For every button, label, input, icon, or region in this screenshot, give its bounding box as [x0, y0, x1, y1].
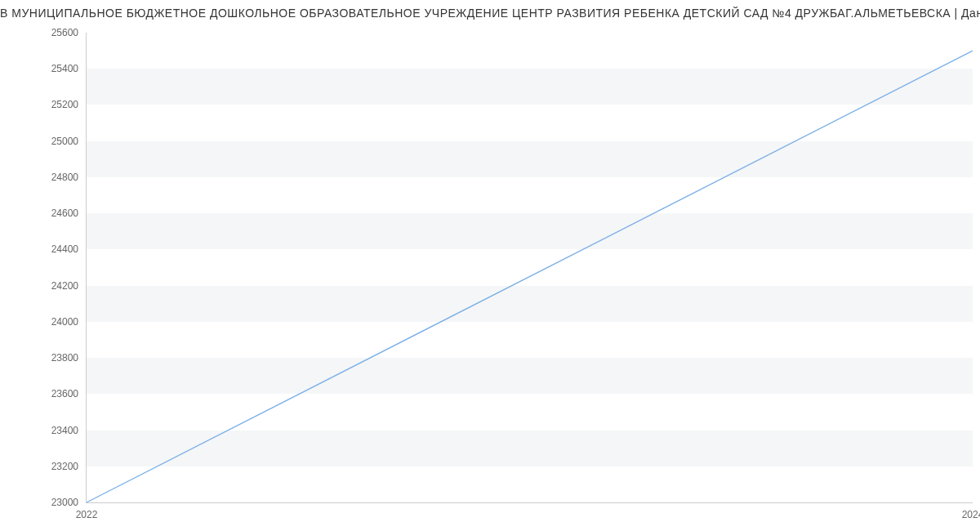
y-tick-label: 25400: [51, 63, 78, 74]
y-tick-label: 25600: [51, 27, 78, 38]
y-tick-label: 23200: [51, 461, 78, 472]
chart-title: В МУНИЦИПАЛЬНОЕ БЮДЖЕТНОЕ ДОШКОЛЬНОЕ ОБР…: [0, 7, 980, 23]
data-line: [87, 51, 973, 502]
y-tick-label: 24800: [51, 172, 78, 183]
x-tick-label: 2022: [76, 509, 98, 520]
chart-container: В МУНИЦИПАЛЬНОЕ БЮДЖЕТНОЕ ДОШКОЛЬНОЕ ОБР…: [0, 0, 980, 531]
y-tick-label: 24000: [51, 316, 78, 328]
y-tick-label: 23000: [51, 497, 78, 508]
y-tick-label: 25200: [51, 99, 78, 110]
line-svg: [87, 33, 973, 502]
y-tick-label: 24200: [51, 280, 78, 292]
y-tick-label: 24400: [51, 243, 78, 255]
x-tick-label: 2024: [962, 509, 980, 520]
y-tick-label: 25000: [51, 136, 78, 147]
y-tick-label: 23400: [51, 425, 78, 436]
y-tick-label: 23800: [51, 352, 78, 364]
y-tick-label: 24600: [51, 207, 78, 219]
y-tick-label: 23600: [51, 388, 78, 399]
plot-area: 2300023200234002360023800240002420024400…: [86, 33, 973, 503]
